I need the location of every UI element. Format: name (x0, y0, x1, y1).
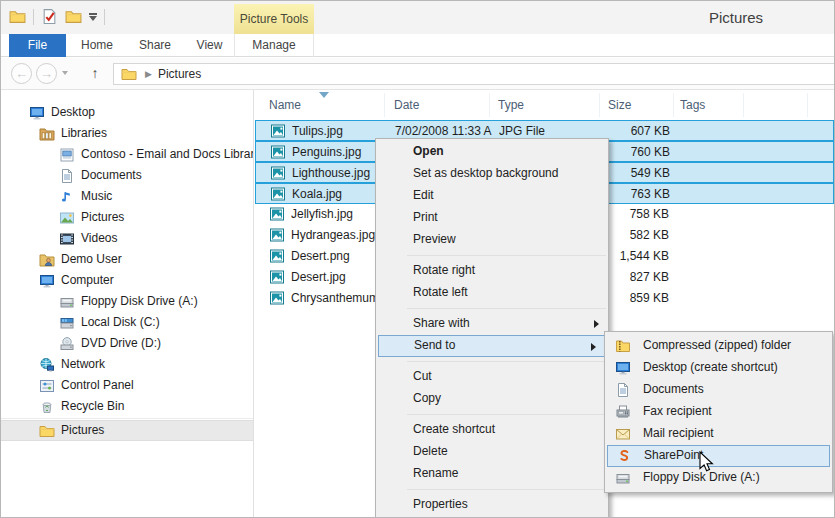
folder-icon[interactable] (65, 8, 82, 25)
menu-item-share-with[interactable]: Share with (376, 313, 608, 335)
sidebar-item-network[interactable]: Network (1, 354, 253, 375)
menu-item-rotate-left[interactable]: Rotate left (376, 282, 608, 304)
up-button[interactable]: ↑ (85, 63, 105, 84)
sidebar-item-label: Pictures (61, 420, 104, 441)
menu-item-label: Edit (413, 188, 434, 202)
documents-icon (59, 168, 75, 184)
menu-item-label: Rotate right (413, 263, 475, 277)
menu-item-send-to[interactable]: Send to (378, 335, 606, 357)
toolbar-separator (33, 9, 34, 25)
tab-home[interactable]: Home (69, 34, 125, 57)
menu-separator (407, 255, 606, 256)
sidebar-item-pictures-library[interactable]: Pictures (1, 207, 253, 228)
folder-icon[interactable] (9, 8, 26, 25)
sidebar-item-videos[interactable]: Videos (1, 228, 253, 249)
menu-item-preview[interactable]: Preview (376, 229, 608, 251)
recycle-bin-icon (39, 399, 55, 415)
sidebar-item-dvd-drive[interactable]: DVD Drive (D:) (1, 333, 253, 354)
tree-divider (1, 418, 253, 419)
sidebar-item-label: Demo User (61, 249, 122, 270)
submenu-item-mail-recipient[interactable]: Mail recipient (605, 423, 832, 445)
sidebar-item-label: Recycle Bin (61, 396, 124, 417)
menu-item-rename[interactable]: Rename (376, 463, 608, 485)
sidebar-item-floppy-drive[interactable]: Floppy Disk Drive (A:) (1, 291, 253, 312)
menu-separator (407, 489, 606, 490)
menu-item-label: SharePoint (644, 448, 703, 462)
column-separator[interactable] (673, 93, 674, 117)
document-check-icon[interactable] (41, 8, 58, 25)
menu-item-label: Open (413, 144, 444, 158)
menu-item-properties[interactable]: Properties (376, 494, 608, 516)
menu-item-open[interactable]: Open (376, 141, 608, 163)
column-separator[interactable] (384, 93, 385, 117)
column-header-size[interactable]: Size (608, 98, 631, 112)
tab-manage[interactable]: Manage (234, 34, 314, 57)
history-caret-icon[interactable] (62, 71, 68, 75)
submenu-item-compressed-folder[interactable]: Compressed (zipped) folder (605, 335, 832, 357)
image-file-icon (269, 269, 285, 285)
menu-item-copy[interactable]: Copy (376, 388, 608, 410)
submenu-item-documents[interactable]: Documents (605, 379, 832, 401)
submenu-item-fax-recipient[interactable]: Fax recipient (605, 401, 832, 423)
column-separator[interactable] (807, 93, 808, 117)
sort-icon[interactable] (319, 92, 329, 98)
tab-share[interactable]: Share (128, 34, 182, 57)
menu-item-label: Copy (413, 391, 441, 405)
sidebar-item-computer[interactable]: Computer (1, 270, 253, 291)
sidebar-item-libraries[interactable]: Libraries (1, 123, 253, 144)
breadcrumb-chevron-icon[interactable]: ▶ (145, 69, 152, 79)
tab-file[interactable]: File (9, 34, 66, 57)
sidebar-item-recycle-bin[interactable]: Recycle Bin (1, 396, 253, 417)
pictures-library-icon (59, 210, 75, 226)
menu-item-set-as-desktop-background[interactable]: Set as desktop background (376, 163, 608, 185)
sidebar-item-documents[interactable]: Documents (1, 165, 253, 186)
submenu-item-floppy-drive[interactable]: Floppy Disk Drive (A:) (605, 467, 832, 489)
sidebar-item-contoso-library[interactable]: Contoso - Email and Docs Library (1, 144, 253, 165)
sidebar-item-label: DVD Drive (D:) (81, 333, 161, 354)
folder-icon (121, 66, 137, 82)
menu-item-edit[interactable]: Edit (376, 185, 608, 207)
local-disk-icon (59, 315, 75, 331)
window-title: Pictures (651, 1, 821, 34)
column-header-tags[interactable]: Tags (680, 98, 705, 112)
column-separator[interactable] (489, 93, 490, 117)
sidebar-item-demo-user[interactable]: Demo User (1, 249, 253, 270)
menu-item-rotate-right[interactable]: Rotate right (376, 260, 608, 282)
quick-access-toolbar (9, 8, 105, 25)
fax-icon (615, 404, 631, 420)
sidebar-item-control-panel[interactable]: Control Panel (1, 375, 253, 396)
sidebar-item-label: Music (81, 186, 112, 207)
back-button[interactable]: ← (11, 63, 32, 84)
sidebar-item-label: Documents (81, 165, 142, 186)
column-header-type[interactable]: Type (498, 98, 524, 112)
submenu-item-sharepoint[interactable]: SharePoint (607, 445, 830, 467)
breadcrumb[interactable]: Pictures (158, 67, 201, 81)
forward-button[interactable]: → (36, 63, 57, 84)
toolbar-separator (104, 9, 105, 25)
column-header-date[interactable]: Date (394, 98, 419, 112)
menu-item-cut[interactable]: Cut (376, 366, 608, 388)
column-separator[interactable] (743, 93, 744, 117)
submenu-item-desktop-shortcut[interactable]: Desktop (create shortcut) (605, 357, 832, 379)
menu-item-print[interactable]: Print (376, 207, 608, 229)
column-separator[interactable] (599, 93, 600, 117)
context-menu: Open Set as desktop background Edit Prin… (375, 138, 609, 518)
zip-folder-icon (615, 338, 631, 354)
videos-icon (59, 231, 75, 247)
sidebar-item-pictures-folder[interactable]: Pictures (1, 420, 253, 441)
menu-item-label: Print (413, 210, 438, 224)
submenu-arrow-icon (591, 343, 596, 351)
sidebar-item-label: Control Panel (61, 375, 134, 396)
menu-item-label: Documents (643, 382, 704, 396)
menu-item-create-shortcut[interactable]: Create shortcut (376, 419, 608, 441)
address-bar[interactable]: ▶ Pictures (113, 63, 834, 85)
menu-separator (407, 414, 606, 415)
customize-caret-icon[interactable] (89, 16, 97, 21)
tab-view[interactable]: View (185, 34, 234, 57)
sidebar-item-music[interactable]: Music (1, 186, 253, 207)
sidebar-item-local-disk[interactable]: Local Disk (C:) (1, 312, 253, 333)
column-header-name[interactable]: Name (269, 98, 301, 112)
sidebar-item-desktop[interactable]: Desktop (1, 102, 253, 123)
desktop-icon (615, 360, 631, 376)
menu-item-delete[interactable]: Delete (376, 441, 608, 463)
